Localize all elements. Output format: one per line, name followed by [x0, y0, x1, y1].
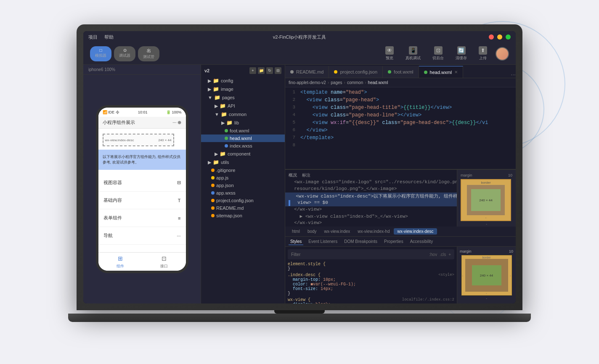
file-tree-root-label: v2 — [204, 68, 209, 73]
phone-panel-header: iphone6 100% — [83, 65, 201, 75]
minimize-window-btn[interactable] — [497, 34, 502, 40]
dev-tab-body[interactable]: body — [304, 228, 320, 235]
tree-item-project-config[interactable]: project.config.json — [201, 197, 285, 204]
hover-filter[interactable]: :hov — [429, 252, 437, 257]
tree-item-app-wxss[interactable]: app.wxss — [201, 189, 285, 197]
html-line-4-highlighted[interactable]: view> == $0 — [285, 200, 457, 206]
maximize-window-btn[interactable] — [506, 34, 511, 40]
code-line-7: 7 </template> — [285, 135, 516, 142]
upload-icon: ⬆ — [479, 46, 487, 55]
tab-head-wxml[interactable]: head.wxml ✕ — [419, 66, 464, 78]
tab-foot-wxml[interactable]: foot.wxml — [383, 66, 419, 78]
upload-label: 上传 — [479, 55, 487, 61]
laptop-body: 项目 帮助 v2-FinClip小程序开发工具 □ — [77, 24, 522, 310]
dev-tab-wx-view-index-desc[interactable]: wx-view.index-desc — [394, 228, 437, 235]
html-line-3-highlighted[interactable]: <wx-view class="index-desc">以下将展示小程序官方组件… — [285, 193, 457, 200]
code-editor[interactable]: 1 <template name="head"> 2 <view class="… — [285, 87, 516, 169]
tree-item-gitignore[interactable]: .gitignore — [201, 166, 285, 174]
tree-item-readme[interactable]: README.md — [201, 204, 285, 212]
tree-item-api[interactable]: ▶ 📁 API — [201, 102, 285, 110]
menu-item-basic-icon: T — [178, 198, 181, 203]
style-tab-properties[interactable]: Properties — [382, 238, 405, 245]
menu-project[interactable]: 项目 — [88, 34, 98, 40]
element-style-rule: element.style { } — [288, 262, 454, 271]
config-label: config — [221, 78, 233, 83]
tree-item-app-json[interactable]: app.json — [201, 182, 285, 189]
snapshot-action[interactable]: 🔄 清缓存 — [452, 45, 470, 63]
filter-input[interactable] — [291, 252, 426, 257]
breadcrumb-root[interactable]: fino-applet-demo-v2 — [289, 80, 326, 85]
box-model-visual: 240 × 44 border - — [461, 179, 511, 221]
project-config-label: project.config.json — [216, 198, 254, 203]
menu-item-nav[interactable]: 导航 ··· — [98, 227, 186, 245]
style-tab-event-listeners[interactable]: Event Listeners — [307, 238, 339, 245]
box-model-header: margin 10 — [461, 173, 512, 177]
test-btn[interactable]: 出 测试管 — [138, 46, 159, 61]
user-avatar[interactable] — [496, 47, 509, 61]
tree-item-lib[interactable]: ▶ 📁 lib — [201, 119, 285, 127]
tree-item-index-wxss[interactable]: index.wxss — [201, 142, 285, 150]
simulator-btn[interactable]: □ 模拟器 — [90, 46, 111, 61]
file-tree-panel: v2 + 📁 ↻ ⊟ ▶ 📁 config — [201, 65, 285, 303]
breadcrumb-common[interactable]: common — [347, 80, 363, 85]
tree-item-config[interactable]: ▶ 📁 config — [201, 76, 285, 85]
preview-action[interactable]: 👁 预览 — [382, 45, 397, 63]
dev-tab-wx-view-index[interactable]: wx-view.index — [321, 228, 354, 235]
readme-label: README.md — [216, 206, 244, 211]
tree-item-pages[interactable]: ▼ 📁 pages — [201, 93, 285, 102]
tree-item-common[interactable]: ▼ 📁 common — [201, 110, 285, 119]
file-tree-actions: + 📁 ↻ ⊟ — [249, 67, 281, 74]
menu-help[interactable]: 帮助 — [104, 34, 114, 40]
style-tab-styles[interactable]: Styles — [289, 238, 303, 245]
real-device-action[interactable]: 📱 真机调试 — [402, 45, 424, 63]
phone-tab-interface[interactable]: ⊡ 接口 — [160, 254, 168, 269]
tab-readme[interactable]: README.md — [285, 66, 329, 78]
tree-item-utils[interactable]: ▶ 📁 utils — [201, 158, 285, 166]
debugger-icon: ⊙ — [123, 48, 127, 53]
refresh-btn[interactable]: ↻ — [266, 67, 273, 74]
status-left: 📶 IDE 令 — [103, 110, 119, 115]
style-tab-dom-breakpoints[interactable]: DOM Breakpoints — [342, 238, 379, 245]
style-tab-accessibility[interactable]: Accessibility — [408, 238, 435, 245]
close-window-btn[interactable] — [489, 34, 494, 40]
border-top-label: border — [481, 181, 490, 185]
upload-action[interactable]: ⬆ 上传 — [475, 45, 490, 63]
dev-tab-wx-view-index-hd[interactable]: wx-view.index-hd — [354, 228, 393, 235]
breadcrumb-pages[interactable]: pages — [331, 80, 342, 85]
phone-tab-component[interactable]: ⊞ 组件 — [116, 254, 125, 269]
dev-tab-html[interactable]: html — [289, 228, 303, 235]
cut-action[interactable]: ⊡ 切后台 — [429, 45, 447, 63]
menu-item-basic[interactable]: 基础内容 T — [98, 192, 186, 209]
collapse-btn[interactable]: ⊟ — [275, 67, 281, 74]
menu-item-form[interactable]: 表单组件 ≡ — [98, 209, 186, 227]
highlight-bar-2 — [289, 200, 290, 206]
phone-title-actions: ··· ⊕ — [172, 120, 181, 125]
breadcrumb: fino-applet-demo-v2 › pages › common › h… — [285, 78, 516, 87]
app-title: v2-FinClip小程序开发工具 — [273, 34, 326, 40]
new-folder-btn[interactable]: 📁 — [258, 67, 265, 74]
menu-item-view[interactable]: 视图容器 ⊟ — [98, 174, 186, 192]
tabs-more-btn[interactable]: ··· — [511, 71, 516, 78]
menu-item-basic-label: 基础内容 — [103, 197, 122, 203]
readme-tab-dot — [290, 70, 294, 74]
html-preview[interactable]: 概况 标注 <wx-image class="index-logo" src="… — [285, 170, 457, 227]
border-mini-bottom: - — [486, 292, 487, 295]
tree-item-app-js[interactable]: app.js — [201, 174, 285, 182]
code-line-3: 3 <view class="page-head-title">{{title}… — [285, 104, 516, 112]
real-device-label: 真机调试 — [406, 55, 421, 61]
head-wxml-tab-close[interactable]: ✕ — [454, 70, 458, 74]
tree-item-foot-wxml[interactable]: foot.wxml — [201, 127, 285, 135]
new-file-btn[interactable]: + — [249, 67, 256, 74]
html-line-5: </wx-view> — [285, 206, 457, 213]
tree-item-component[interactable]: ▶ 📁 component — [201, 150, 285, 158]
tree-item-head-wxml[interactable]: head.wxml — [201, 135, 285, 142]
pages-expand-icon: ▼ — [208, 95, 212, 100]
cls-filter[interactable]: .cls — [440, 252, 446, 257]
debugger-btn[interactable]: ⊙ 调试器 — [114, 46, 135, 61]
add-filter[interactable]: + — [448, 252, 451, 257]
tree-item-image[interactable]: ▶ 📁 image — [201, 85, 285, 93]
tab-project-config[interactable]: project.config.json — [329, 66, 383, 78]
tree-item-sitemap[interactable]: sitemap.json — [201, 212, 285, 219]
border-mini-top: border — [482, 256, 490, 259]
filter-actions: :hov .cls + — [429, 252, 451, 257]
